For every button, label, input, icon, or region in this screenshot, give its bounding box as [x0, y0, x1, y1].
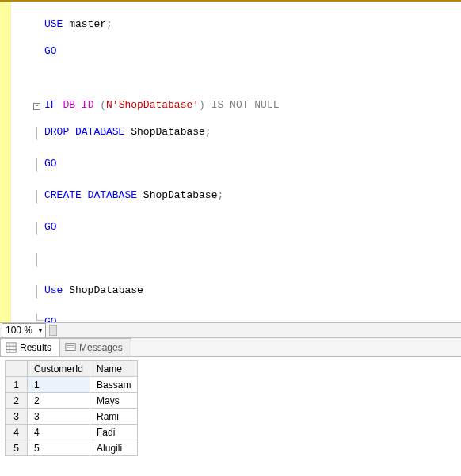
kw-drop: DROP DATABASE [44, 126, 124, 138]
hscroll-left-nub[interactable] [49, 325, 57, 336]
grid-icon [6, 342, 17, 353]
fn-dbid: DB_ID [63, 99, 93, 111]
tab-results-label: Results [20, 342, 51, 353]
cell-name[interactable]: Alugili [90, 440, 138, 456]
tab-messages[interactable]: Messages [59, 338, 131, 356]
kw-isnotnull: IS NOT NULL [211, 99, 280, 111]
table-row[interactable]: 2 2 Mays [6, 393, 138, 409]
code-body[interactable]: USE master; GO -IF DB_ID (N'ShopDatabase… [30, 2, 461, 322]
fold-toggle-icon[interactable]: - [33, 103, 40, 110]
table-header-row: CustomerId Name [6, 361, 138, 377]
zoom-combo[interactable]: 100 % ▼ [2, 323, 46, 337]
zoom-bar: 100 % ▼ [0, 322, 461, 338]
kw-go: GO [44, 45, 57, 57]
chevron-down-icon: ▼ [37, 327, 44, 334]
cell-name[interactable]: Bassam [90, 377, 138, 393]
change-gutter [3, 2, 11, 322]
cell-customerid[interactable]: 2 [28, 393, 90, 409]
cell-name[interactable]: Mays [90, 393, 138, 409]
messages-icon [65, 342, 76, 353]
cell-customerid[interactable]: 4 [28, 425, 90, 440]
table-row[interactable]: 5 5 Alugili [6, 440, 138, 456]
results-grid[interactable]: CustomerId Name 1 1 Bassam 2 2 Mays 3 3 … [0, 357, 461, 476]
tab-messages-label: Messages [79, 342, 123, 353]
cell-customerid[interactable]: 1 [28, 377, 90, 393]
corner-cell [6, 361, 28, 377]
cell-name[interactable]: Rami [90, 409, 138, 425]
row-number: 2 [6, 393, 28, 409]
results-tabstrip: Results Messages [0, 338, 461, 357]
zoom-value: 100 % [6, 325, 32, 336]
str-shopdb: N'ShopDatabase' [106, 99, 199, 111]
table-row[interactable]: 4 4 Fadi [6, 425, 138, 440]
col-header-name[interactable]: Name [90, 361, 138, 377]
svg-rect-5 [66, 344, 75, 351]
cell-name[interactable]: Fadi [90, 425, 138, 440]
table-row[interactable]: 3 3 Rami [6, 409, 138, 425]
col-header-customerid[interactable]: CustomerId [28, 361, 90, 377]
svg-rect-0 [6, 343, 16, 352]
ssms-window: USE master; GO -IF DB_ID (N'ShopDatabase… [0, 0, 461, 476]
table-row[interactable]: 1 1 Bassam [6, 377, 138, 393]
cell-customerid[interactable]: 3 [28, 409, 90, 425]
kw-if: IF [44, 99, 57, 111]
row-number: 1 [6, 377, 28, 393]
kw-use2: Use [44, 284, 63, 296]
folding-gutter [11, 2, 30, 322]
row-number: 3 [6, 409, 28, 425]
sql-editor[interactable]: USE master; GO -IF DB_ID (N'ShopDatabase… [0, 2, 461, 322]
kw-createdb: CREATE DATABASE [44, 189, 137, 201]
row-number: 4 [6, 425, 28, 440]
results-table: CustomerId Name 1 1 Bassam 2 2 Mays 3 3 … [5, 360, 138, 456]
row-number: 5 [6, 440, 28, 456]
tab-results[interactable]: Results [0, 338, 60, 356]
cell-customerid[interactable]: 5 [28, 440, 90, 456]
kw-use: USE [44, 18, 63, 30]
id-master: master [69, 18, 106, 30]
